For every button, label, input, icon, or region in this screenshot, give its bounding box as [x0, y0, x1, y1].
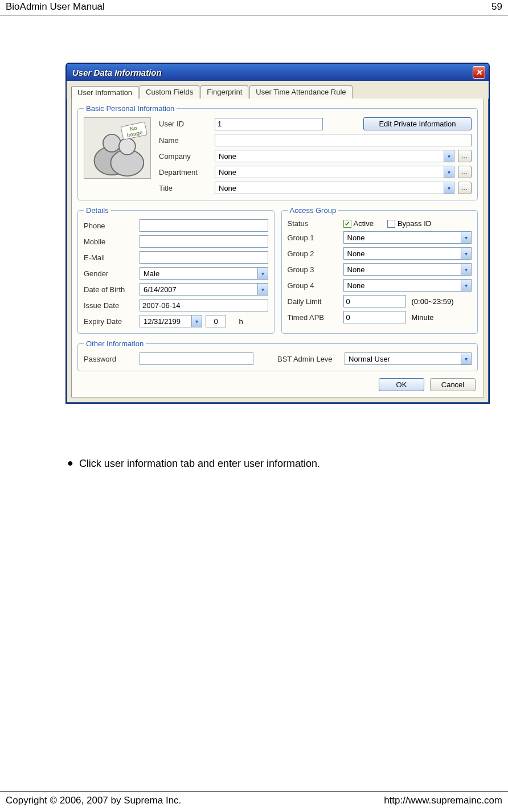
issue-date-input[interactable] — [140, 299, 268, 311]
group3-select[interactable]: None▾ — [343, 263, 472, 276]
mobile-label: Mobile — [84, 237, 136, 246]
phone-input[interactable] — [140, 219, 268, 232]
password-input[interactable] — [140, 352, 253, 365]
name-input[interactable] — [215, 134, 472, 146]
tab-user-information[interactable]: User Information — [71, 86, 138, 99]
group2-select[interactable]: None▾ — [343, 247, 472, 260]
tab-panel: Basic Personal Information No Image — [71, 98, 484, 397]
ok-button[interactable]: OK — [379, 378, 424, 391]
checkbox-checked-icon: ✔ — [343, 220, 351, 228]
active-checkbox[interactable]: ✔Active — [343, 219, 374, 228]
cancel-button[interactable]: Cancel — [430, 378, 476, 391]
tab-strip: User Information Custom Fields Fingerpri… — [67, 81, 489, 99]
chevron-down-icon: ▾ — [444, 182, 454, 194]
bypass-id-checkbox[interactable]: Bypass ID — [387, 219, 431, 228]
chevron-down-icon: ▾ — [257, 268, 268, 279]
tab-fingerprint[interactable]: Fingerprint — [200, 85, 248, 99]
issue-date-label: Issue Date — [84, 301, 136, 310]
company-browse-button[interactable]: ... — [458, 150, 472, 162]
instruction-text: Click user information tab and enter use… — [79, 458, 320, 470]
timed-apb-input[interactable] — [343, 311, 406, 323]
daily-limit-hint: (0:00~23:59) — [412, 297, 454, 306]
group1-label: Group 1 — [288, 233, 340, 242]
expiry-date-datepicker[interactable]: 12/31/2199▾ — [140, 315, 202, 327]
company-select[interactable]: None ▾ — [215, 150, 454, 162]
page-footer: Copyright © 2006, 2007 by Suprema Inc. h… — [0, 791, 508, 806]
mobile-input[interactable] — [140, 235, 268, 248]
timed-apb-label: Timed APB — [288, 313, 340, 322]
group1-select[interactable]: None▾ — [343, 231, 472, 244]
checkbox-unchecked-icon — [387, 220, 395, 228]
basic-legend: Basic Personal Information — [84, 104, 177, 113]
tab-user-time-attendance[interactable]: User Time Attendance Rule — [249, 85, 352, 99]
copyright-text: Copyright © 2006, 2007 by Suprema Inc. — [6, 795, 181, 806]
instruction-line: ● Click user information tab and enter u… — [67, 458, 320, 470]
dob-datepicker[interactable]: 6/14/2007▾ — [140, 283, 268, 296]
dob-label: Date of Birth — [84, 285, 136, 294]
user-data-dialog: User Data Information ✕ User Information… — [65, 63, 490, 404]
close-icon[interactable]: ✕ — [473, 66, 485, 79]
tab-custom-fields[interactable]: Custom Fields — [140, 85, 199, 99]
title-label: Title — [159, 184, 211, 192]
user-id-label: User ID — [159, 120, 211, 128]
gender-label: Gender — [84, 269, 136, 278]
details-group: Details Phone Mobile E-Mail Gender Male▾… — [77, 206, 275, 334]
gender-select[interactable]: Male▾ — [140, 267, 268, 280]
user-id-input[interactable] — [215, 118, 323, 130]
chevron-down-icon: ▾ — [444, 166, 454, 178]
title-browse-button[interactable]: ... — [458, 182, 472, 194]
department-label: Department — [159, 168, 211, 177]
page-header: BioAdmin User Manual 59 — [0, 0, 508, 15]
chevron-down-icon: ▾ — [191, 315, 202, 327]
expiry-date-label: Expiry Date — [84, 317, 136, 326]
dialog-title: User Data Information — [72, 68, 473, 77]
footer-url: http://www.supremainc.com — [384, 795, 502, 806]
email-label: E-Mail — [84, 253, 136, 262]
status-label: Status — [288, 219, 340, 228]
daily-limit-input[interactable] — [343, 295, 406, 307]
page-number: 59 — [491, 1, 502, 13]
titlebar[interactable]: User Data Information ✕ — [67, 64, 489, 81]
email-input[interactable] — [140, 251, 268, 264]
chevron-down-icon: ▾ — [461, 280, 471, 291]
department-browse-button[interactable]: ... — [458, 166, 472, 178]
expiry-hour-unit: h — [230, 317, 252, 326]
phone-label: Phone — [84, 222, 136, 230]
password-label: Password — [84, 355, 136, 363]
chevron-down-icon: ▾ — [444, 150, 454, 162]
group2-label: Group 2 — [288, 249, 340, 258]
svg-point-2 — [103, 134, 121, 152]
group4-label: Group 4 — [288, 281, 340, 290]
department-select[interactable]: None ▾ — [215, 166, 454, 178]
title-select[interactable]: None ▾ — [215, 182, 454, 194]
company-label: Company — [159, 152, 211, 161]
daily-limit-label: Daily Limit — [288, 297, 340, 306]
chevron-down-icon: ▾ — [461, 232, 471, 243]
chevron-down-icon: ▾ — [461, 264, 471, 275]
header-left: BioAdmin User Manual — [6, 1, 105, 13]
svg-point-4 — [119, 138, 136, 155]
group4-select[interactable]: None▾ — [343, 279, 472, 292]
user-photo-placeholder[interactable]: No Image — [84, 117, 151, 179]
bullet-icon: ● — [67, 458, 73, 470]
other-legend: Other Information — [84, 339, 146, 348]
bst-admin-level-label: BST Admin Leve — [277, 355, 341, 363]
name-label: Name — [159, 136, 211, 145]
details-legend: Details — [84, 206, 111, 215]
basic-personal-info-group: Basic Personal Information No Image — [77, 104, 478, 200]
edit-private-info-button[interactable]: Edit Private Information — [363, 117, 472, 130]
group3-label: Group 3 — [288, 265, 340, 274]
chevron-down-icon: ▾ — [461, 353, 471, 364]
other-information-group: Other Information Password BST Admin Lev… — [77, 339, 478, 371]
chevron-down-icon: ▾ — [461, 248, 471, 259]
no-image-icon: No Image — [84, 118, 150, 178]
dialog-buttons: OK Cancel — [77, 376, 478, 392]
access-group-group: Access Group Status ✔Active Bypass ID Gr… — [281, 206, 478, 334]
expiry-hour-input[interactable] — [206, 315, 226, 327]
chevron-down-icon: ▾ — [257, 284, 268, 295]
bst-admin-level-select[interactable]: Normal User▾ — [345, 352, 472, 365]
access-legend: Access Group — [288, 206, 339, 215]
timed-apb-unit: Minute — [412, 313, 434, 322]
